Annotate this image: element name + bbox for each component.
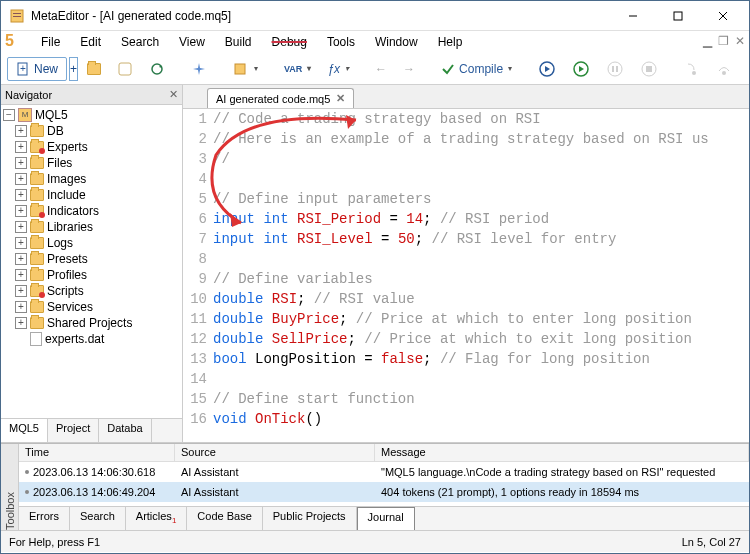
debug-start-button[interactable] — [531, 55, 563, 83]
tree-item[interactable]: +Services — [1, 299, 182, 315]
menu-edit[interactable]: Edit — [70, 33, 111, 51]
tree-expand-icon[interactable]: + — [15, 301, 27, 313]
toolbox-side-label[interactable]: Toolbox — [1, 444, 19, 530]
tree-expand-icon[interactable]: + — [15, 189, 27, 201]
stop-button[interactable] — [633, 55, 665, 83]
tree-expand-icon[interactable]: + — [15, 285, 27, 297]
open-folder-button[interactable] — [80, 58, 108, 80]
menu-search[interactable]: Search — [111, 33, 169, 51]
menu-window[interactable]: Window — [365, 33, 428, 51]
menu-build[interactable]: Build — [215, 33, 262, 51]
tree-expand-icon[interactable]: + — [15, 253, 27, 265]
tree-expand-icon[interactable]: + — [15, 157, 27, 169]
tree-item[interactable]: +Presets — [1, 251, 182, 267]
menu-file[interactable]: File — [31, 33, 70, 51]
tree-item[interactable]: +Include — [1, 187, 182, 203]
forward-button[interactable]: → — [396, 57, 422, 81]
nav-tab-database[interactable]: Databa — [99, 419, 151, 442]
step-over-icon — [716, 61, 732, 77]
var-button[interactable]: VAR▾ — [277, 59, 318, 79]
class-button[interactable]: ▾ — [226, 56, 265, 82]
tree-item[interactable]: +Shared Projects — [1, 315, 182, 331]
tree-item[interactable]: +Logs — [1, 235, 182, 251]
compile-button[interactable]: Compile▾ — [434, 57, 519, 81]
code-editor[interactable]: 1// Code a trading strategy based on RSI… — [183, 109, 749, 442]
log-row[interactable]: 2023.06.13 14:06:30.618AI Assistant"MQL5… — [19, 462, 749, 482]
folder-icon — [30, 285, 44, 297]
save-button[interactable] — [110, 56, 140, 82]
log-tab-search[interactable]: Search — [70, 507, 126, 530]
tree-expand-icon[interactable]: + — [15, 317, 27, 329]
tree-label: Include — [47, 188, 86, 202]
start-button[interactable] — [565, 55, 597, 83]
close-button[interactable] — [700, 1, 745, 30]
editor-area: AI generated code.mq5 ✕ 1// Code a tradi… — [183, 85, 749, 442]
log-col-source[interactable]: Source — [175, 444, 375, 461]
tree-item[interactable]: experts.dat — [1, 331, 182, 347]
back-button[interactable]: ← — [368, 57, 394, 81]
refresh-icon — [149, 61, 165, 77]
tree-item[interactable]: +Experts — [1, 139, 182, 155]
maximize-button[interactable] — [655, 1, 700, 30]
step-into-button[interactable] — [677, 56, 707, 82]
menubar: 5 File Edit Search View Build Debug Tool… — [1, 31, 749, 53]
tree-label: experts.dat — [45, 332, 104, 346]
tree-item[interactable]: +Images — [1, 171, 182, 187]
log-rows[interactable]: 2023.06.13 14:06:30.618AI Assistant"MQL5… — [19, 462, 749, 506]
tree-expand-icon[interactable]: + — [15, 221, 27, 233]
new-plus-button[interactable]: + — [69, 57, 78, 81]
menu-debug[interactable]: Debug — [262, 33, 317, 51]
menu-view[interactable]: View — [169, 33, 215, 51]
step-over-button[interactable] — [709, 56, 739, 82]
nav-tab-mql5[interactable]: MQL5 — [1, 419, 48, 442]
log-tab-articles[interactable]: Articles1 — [126, 507, 188, 530]
tree-expand-icon[interactable]: + — [15, 141, 27, 153]
tree-item[interactable]: +DB — [1, 123, 182, 139]
log-row[interactable]: 2023.06.13 14:06:49.204AI Assistant404 t… — [19, 482, 749, 502]
log-tab-public[interactable]: Public Projects — [263, 507, 357, 530]
log-tab-codebase[interactable]: Code Base — [187, 507, 262, 530]
tree-label: DB — [47, 124, 64, 138]
tree-expand-icon[interactable]: + — [15, 173, 27, 185]
tree-item[interactable]: +Indicators — [1, 203, 182, 219]
pause-button[interactable] — [599, 55, 631, 83]
menu-tools[interactable]: Tools — [317, 33, 365, 51]
tree-item[interactable]: +Scripts — [1, 283, 182, 299]
nav-tab-project[interactable]: Project — [48, 419, 99, 442]
minimize-button[interactable] — [610, 1, 655, 30]
log-col-message[interactable]: Message — [375, 444, 749, 461]
fx-button[interactable]: ƒx▾ — [320, 57, 356, 81]
navigator-tree[interactable]: −MMQL5 +DB+Experts+Files+Images+Include+… — [1, 105, 182, 418]
editor-tab[interactable]: AI generated code.mq5 ✕ — [207, 88, 354, 108]
refresh-button[interactable] — [142, 56, 172, 82]
tree-expand-icon[interactable]: + — [15, 237, 27, 249]
folder-icon — [30, 173, 44, 185]
class-icon — [233, 61, 249, 77]
tree-expand-icon[interactable]: + — [15, 269, 27, 281]
tree-label: Scripts — [47, 284, 84, 298]
log-tab-journal[interactable]: Journal — [357, 507, 415, 530]
tab-close-button[interactable]: ✕ — [336, 92, 345, 105]
new-button[interactable]: +New — [7, 57, 67, 81]
svg-point-20 — [722, 71, 726, 75]
ai-sparkle-button[interactable] — [184, 56, 214, 82]
panel-close-button[interactable]: ✕ — [169, 88, 178, 101]
tree-expand-icon[interactable]: + — [15, 125, 27, 137]
tree-item[interactable]: +Libraries — [1, 219, 182, 235]
tree-item[interactable]: +Files — [1, 155, 182, 171]
mdi-minimize-icon[interactable]: ▁ — [703, 34, 712, 48]
tree-collapse-icon[interactable]: − — [3, 109, 15, 121]
menu-help[interactable]: Help — [428, 33, 473, 51]
step-out-button[interactable] — [741, 56, 750, 82]
tree-root[interactable]: −MMQL5 — [1, 107, 182, 123]
tree-item[interactable]: +Profiles — [1, 267, 182, 283]
navigator-panel: Navigator ✕ −MMQL5 +DB+Experts+Files+Ima… — [1, 85, 183, 442]
tree-label: Images — [47, 172, 86, 186]
log-tab-errors[interactable]: Errors — [19, 507, 70, 530]
tree-expand-icon[interactable]: + — [15, 205, 27, 217]
log-col-time[interactable]: Time — [19, 444, 175, 461]
folder-icon — [30, 301, 44, 313]
mdi-close-icon[interactable]: ✕ — [735, 34, 745, 48]
folder-icon — [30, 317, 44, 329]
mdi-restore-icon[interactable]: ❐ — [718, 34, 729, 48]
